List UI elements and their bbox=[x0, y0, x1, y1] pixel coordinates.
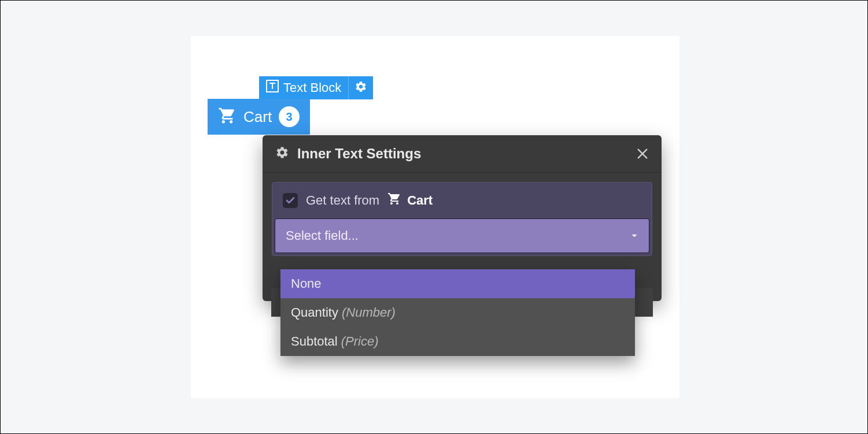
option-label: Subtotal bbox=[291, 334, 338, 349]
option-type: (Price) bbox=[341, 334, 379, 349]
source-ref-label: Cart bbox=[407, 193, 433, 208]
element-label-gear-button[interactable] bbox=[348, 76, 373, 99]
gear-icon bbox=[275, 146, 289, 162]
cart-badge: 3 bbox=[279, 106, 300, 127]
close-button[interactable] bbox=[636, 147, 649, 160]
cart-icon bbox=[218, 106, 237, 127]
get-text-checkbox[interactable] bbox=[283, 193, 298, 208]
close-icon bbox=[636, 147, 649, 160]
cart-icon bbox=[387, 192, 401, 209]
element-label-main: Text Block bbox=[259, 76, 348, 99]
dropdown-option-quantity[interactable]: Quantity (Number) bbox=[280, 298, 635, 327]
source-ref: Cart bbox=[387, 192, 433, 209]
settings-header: Inner Text Settings bbox=[263, 135, 662, 173]
get-text-row: Get text from Cart bbox=[272, 183, 652, 218]
cart-chip[interactable]: Cart 3 bbox=[208, 99, 310, 135]
text-frame-icon bbox=[266, 80, 279, 96]
settings-panel-title: Inner Text Settings bbox=[297, 146, 628, 162]
dropdown-option-none[interactable]: None bbox=[280, 269, 635, 298]
option-label: Quantity bbox=[291, 305, 338, 320]
option-label: None bbox=[291, 276, 322, 291]
check-icon bbox=[285, 195, 296, 206]
field-select[interactable]: Select field... bbox=[275, 218, 649, 253]
element-label-text: Text Block bbox=[283, 80, 341, 95]
option-type: (Number) bbox=[342, 305, 396, 320]
cart-chip-label: Cart bbox=[243, 108, 272, 126]
field-dropdown: None Quantity (Number) Subtotal (Price) bbox=[280, 269, 635, 356]
gear-icon bbox=[354, 80, 367, 95]
get-text-label: Get text from bbox=[306, 193, 379, 208]
field-select-placeholder: Select field... bbox=[286, 228, 359, 243]
element-label-text-block[interactable]: Text Block bbox=[259, 76, 373, 99]
dropdown-option-subtotal[interactable]: Subtotal (Price) bbox=[280, 327, 635, 356]
outer-frame: Text Block Cart 3 In bbox=[0, 0, 868, 434]
binding-section: Get text from Cart Select field... bbox=[272, 182, 652, 256]
caret-down-icon bbox=[630, 228, 638, 243]
